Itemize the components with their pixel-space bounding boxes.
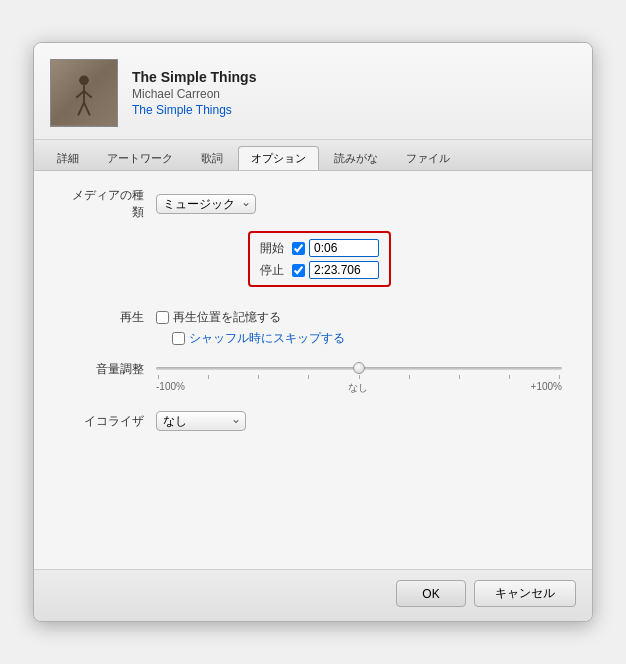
eq-label: イコライザ [64, 413, 144, 430]
album-art [50, 59, 118, 127]
tick [208, 375, 209, 379]
stop-label: 停止 [260, 262, 288, 279]
tick [409, 375, 410, 379]
remember-playback-row: 再生位置を記憶する [156, 309, 345, 326]
stop-row: 停止 [260, 261, 379, 279]
start-label: 開始 [260, 240, 288, 257]
volume-slider-track [156, 361, 562, 375]
stop-checkbox[interactable] [292, 264, 305, 277]
tab-lyrics[interactable]: 歌詞 [188, 146, 236, 170]
media-type-select[interactable]: ミュージック [156, 194, 256, 214]
header-info: The Simple Things Michael Carreon The Si… [132, 69, 256, 117]
start-input[interactable] [309, 239, 379, 257]
track-artist: Michael Carreon [132, 87, 256, 101]
ok-button[interactable]: OK [396, 580, 466, 607]
tick [559, 375, 560, 379]
media-type-label: メディアの種類 [64, 187, 144, 221]
eq-select-wrapper: なし [156, 411, 246, 431]
remember-playback-checkbox[interactable] [156, 311, 169, 324]
shuffle-skip-checkbox[interactable] [172, 332, 185, 345]
tick [258, 375, 259, 379]
tab-bar: 詳細 アートワーク 歌詞 オプション 読みがな ファイル [34, 140, 592, 171]
cancel-button[interactable]: キャンセル [474, 580, 576, 607]
track-album: The Simple Things [132, 103, 256, 117]
shuffle-skip-row: シャッフル時にスキップする [172, 330, 345, 347]
shuffle-skip-text[interactable]: シャッフル時にスキップする [189, 330, 345, 347]
tick [158, 375, 159, 379]
media-type-select-wrapper: ミュージック [156, 194, 256, 214]
tab-details[interactable]: 詳細 [44, 146, 92, 170]
volume-slider-line [156, 367, 562, 370]
stop-input[interactable] [309, 261, 379, 279]
album-art-image [51, 59, 117, 126]
volume-slider-container: -100% なし +100% [156, 361, 562, 395]
tab-artwork[interactable]: アートワーク [94, 146, 186, 170]
tick [359, 375, 360, 379]
media-type-row: メディアの種類 ミュージック [64, 187, 562, 221]
tab-file[interactable]: ファイル [393, 146, 463, 170]
svg-point-2 [79, 76, 89, 86]
volume-max-label: +100% [531, 381, 562, 395]
volume-slider-thumb[interactable] [353, 362, 365, 374]
tab-options[interactable]: オプション [238, 146, 319, 170]
volume-label: 音量調整 [64, 361, 144, 378]
time-section: 開始 停止 [248, 231, 391, 287]
volume-center-label: なし [348, 381, 368, 395]
eq-row: イコライザ なし [64, 411, 562, 431]
header: The Simple Things Michael Carreon The Si… [34, 43, 592, 140]
start-row: 開始 [260, 239, 379, 257]
tick [459, 375, 460, 379]
playback-options: 再生位置を記憶する シャッフル時にスキップする [156, 309, 345, 351]
playback-label: 再生 [64, 309, 144, 326]
tick [308, 375, 309, 379]
tab-reading[interactable]: 読みがな [321, 146, 391, 170]
dialog: The Simple Things Michael Carreon The Si… [33, 42, 593, 622]
volume-row: 音量調整 [64, 361, 562, 395]
start-checkbox[interactable] [292, 242, 305, 255]
volume-min-label: -100% [156, 381, 185, 395]
options-content: メディアの種類 ミュージック 開始 停止 [34, 171, 592, 569]
volume-ticks [156, 375, 562, 379]
eq-select[interactable]: なし [156, 411, 246, 431]
footer: OK キャンセル [34, 569, 592, 621]
tick [509, 375, 510, 379]
track-title: The Simple Things [132, 69, 256, 85]
volume-slider-labels: -100% なし +100% [156, 381, 562, 395]
remember-playback-text: 再生位置を記憶する [173, 309, 281, 326]
